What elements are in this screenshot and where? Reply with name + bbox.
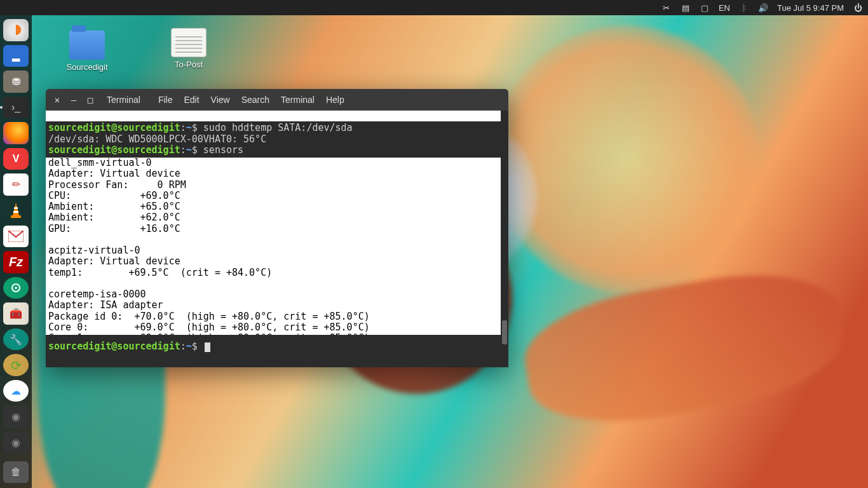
- dock-sync[interactable]: ⟳: [3, 354, 29, 376]
- dock-vivaldi[interactable]: V: [3, 148, 29, 170]
- menu-edit[interactable]: Edit: [181, 95, 201, 105]
- tray-datetime[interactable]: Tue Jul 5 9:47 PM: [777, 3, 844, 13]
- dock-media2[interactable]: ◉: [3, 431, 29, 454]
- window-minimize-icon[interactable]: –: [69, 95, 79, 105]
- desktop-icon-label: Sourcedigit: [58, 62, 116, 72]
- dock-trash[interactable]: 🗑: [3, 461, 29, 484]
- svg-rect-2: [14, 207, 18, 209]
- dock-files[interactable]: ▂: [3, 45, 29, 67]
- wallpaper-art: [516, 258, 851, 438]
- terminal-prompt-current: sourcedigit@sourcedigit:~$: [46, 335, 508, 367]
- tray-display-icon[interactable]: ▢: [700, 3, 710, 13]
- menu-file[interactable]: File: [156, 95, 175, 105]
- terminal-titlebar[interactable]: ✕ – □ Terminal File Edit View Search Ter…: [46, 89, 508, 111]
- tray-scissors-icon[interactable]: ✂: [661, 3, 672, 13]
- window-close-icon[interactable]: ✕: [52, 95, 62, 105]
- terminal-scrollthumb[interactable]: [502, 320, 507, 344]
- menu-view[interactable]: View: [208, 95, 233, 105]
- terminal-scrollbar[interactable]: [501, 111, 508, 367]
- tray-bluetooth-icon[interactable]: ᛒ: [739, 3, 749, 13]
- svg-rect-3: [13, 211, 18, 213]
- tray-clipboard-icon[interactable]: ▤: [681, 3, 691, 13]
- tray-language[interactable]: EN: [719, 3, 730, 13]
- window-title: Terminal: [107, 95, 140, 105]
- dock-email[interactable]: [3, 226, 29, 248]
- desktop-document-topost[interactable]: To-Post: [160, 28, 217, 69]
- terminal-scrollback-top: sourcedigit@sourcedigit:~$ sudo hddtemp …: [46, 121, 508, 158]
- svg-rect-1: [11, 215, 21, 218]
- terminal-body[interactable]: sourcedigit@sourcedigit:~$ sudo hddtemp …: [46, 111, 508, 367]
- window-maximize-icon[interactable]: □: [85, 95, 95, 105]
- dock-screenshot[interactable]: [3, 277, 29, 299]
- dock-filezilla[interactable]: Fz: [3, 251, 29, 273]
- terminal-cmd1: sudo hddtemp SATA:/dev/sda: [203, 122, 353, 133]
- menu-search[interactable]: Search: [239, 95, 272, 105]
- dock-software[interactable]: 🧰: [3, 302, 29, 325]
- dock-settings[interactable]: 🔧: [3, 329, 29, 351]
- tray-volume-icon[interactable]: 🔊: [758, 3, 768, 13]
- menu-terminal[interactable]: Terminal: [278, 95, 317, 105]
- wallpaper-art: [493, 25, 760, 292]
- menu-help[interactable]: Help: [323, 95, 347, 105]
- top-panel: ✂ ▤ ▢ EN ᛒ 🔊 Tue Jul 5 9:47 PM ⏻: [0, 0, 868, 15]
- terminal-cmd2: sensors: [203, 144, 243, 156]
- tray-power-icon[interactable]: ⏻: [853, 3, 863, 13]
- terminal-output-hddtemp: /dev/sda: WDC WD5000LPCX-00VHAT0: 56°C: [48, 133, 266, 145]
- dock-show-apps[interactable]: [3, 19, 29, 41]
- dock-disks[interactable]: ⛃: [3, 71, 29, 93]
- desktop-icon-label: To-Post: [160, 60, 217, 69]
- folder-icon: [69, 30, 105, 60]
- dock-vlc[interactable]: [3, 200, 29, 222]
- dock-chat[interactable]: ☁: [3, 380, 29, 402]
- cursor-icon: [205, 342, 210, 352]
- dock: ▂ ⛃ ›_ V ✎ Fz 🧰 🔧 ⟳ ☁ ◉ ◉ 🗑: [0, 15, 32, 488]
- dock-text-editor[interactable]: ✎: [3, 173, 29, 196]
- terminal-output-sensors: dell_smm-virtual-0 Adapter: Virtual devi…: [48, 157, 370, 344]
- document-icon: [171, 28, 207, 57]
- dock-terminal[interactable]: ›_: [3, 97, 29, 119]
- svg-point-6: [15, 287, 17, 289]
- desktop-folder-sourcedigit[interactable]: Sourcedigit: [58, 30, 116, 72]
- dock-media1[interactable]: ◉: [3, 405, 29, 428]
- terminal-window: ✕ – □ Terminal File Edit View Search Ter…: [46, 89, 508, 367]
- dock-firefox[interactable]: [3, 122, 29, 144]
